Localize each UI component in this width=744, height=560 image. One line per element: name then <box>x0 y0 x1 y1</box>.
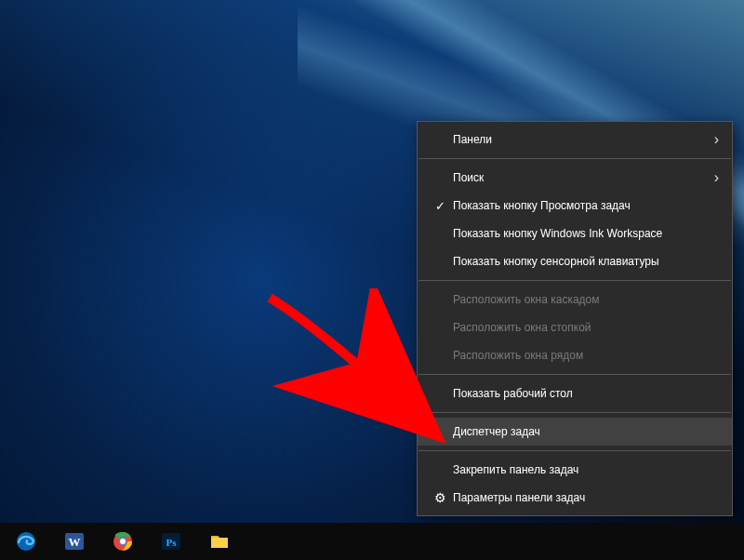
menu-item-label: Закрепить панель задач <box>451 463 706 476</box>
menu-item-sidebyside: Расположить окна рядом <box>418 341 732 369</box>
photoshop-icon[interactable]: Ps <box>151 523 192 560</box>
menu-item-label: Показать кнопку Windows Ink Workspace <box>451 227 706 240</box>
menu-item-label: Расположить окна стопкой <box>451 321 706 334</box>
menu-item-stacked: Расположить окна стопкой <box>418 313 732 341</box>
menu-item-label: Показать рабочий стол <box>451 387 706 400</box>
menu-item-show-taskview[interactable]: ✓Показать кнопку Просмотра задач <box>418 192 732 220</box>
menu-item-label: Расположить окна рядом <box>451 349 706 362</box>
menu-item-search[interactable]: Поиск› <box>418 164 732 192</box>
menu-item-taskbar-settings[interactable]: ⚙Параметры панели задач <box>418 484 732 512</box>
check-icon: ✓ <box>429 199 451 213</box>
svg-text:Ps: Ps <box>166 537 178 548</box>
menu-item-task-manager[interactable]: Диспетчер задач <box>418 418 732 446</box>
menu-separator <box>418 450 731 451</box>
file-explorer-icon[interactable] <box>199 523 240 560</box>
svg-point-5 <box>120 539 126 544</box>
menu-item-label: Расположить окна каскадом <box>451 293 706 306</box>
menu-item-label: Параметры панели задач <box>451 491 706 504</box>
menu-separator <box>418 158 731 159</box>
taskbar-context-menu: Панели›Поиск›✓Показать кнопку Просмотра … <box>417 121 733 516</box>
menu-separator <box>418 280 731 281</box>
chevron-right-icon: › <box>706 169 719 186</box>
menu-separator <box>418 412 731 413</box>
menu-item-show-ink[interactable]: Показать кнопку Windows Ink Workspace <box>418 220 732 247</box>
menu-item-show-touchkb[interactable]: Показать кнопку сенсорной клавиатуры <box>418 247 732 275</box>
menu-item-cascade: Расположить окна каскадом <box>418 286 732 313</box>
menu-item-lock-taskbar[interactable]: Закрепить панель задач <box>418 456 732 484</box>
menu-item-panels[interactable]: Панели› <box>418 126 732 153</box>
chrome-icon[interactable] <box>102 523 143 560</box>
menu-item-label: Диспетчер задач <box>451 425 706 438</box>
word-icon[interactable]: W <box>54 523 95 560</box>
taskbar[interactable]: WPs <box>0 523 744 560</box>
svg-text:W: W <box>69 535 81 549</box>
menu-item-show-desktop[interactable]: Показать рабочий стол <box>418 380 732 407</box>
menu-item-label: Показать кнопку Просмотра задач <box>451 199 706 212</box>
edge-icon[interactable] <box>6 523 46 560</box>
gear-icon: ⚙ <box>429 490 451 505</box>
menu-separator <box>418 374 731 375</box>
menu-item-label: Поиск <box>451 171 706 184</box>
menu-item-label: Показать кнопку сенсорной клавиатуры <box>451 255 706 268</box>
chevron-right-icon: › <box>706 131 719 148</box>
menu-item-label: Панели <box>451 133 706 146</box>
